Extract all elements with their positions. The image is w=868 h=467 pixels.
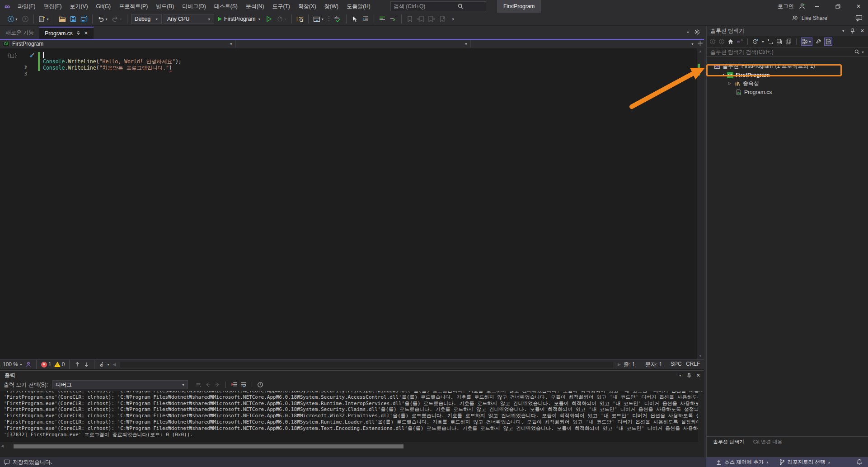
output-source-dropdown[interactable]: 디버그▼ [52,380,188,389]
properties-wrench-icon[interactable] [815,38,821,45]
window-position-dropdown-icon[interactable]: ▼ [679,374,682,377]
toolbar-grip[interactable] [328,16,330,22]
editor-vertical-scrollbar[interactable]: ▲ ▼ [697,48,704,359]
add-to-source-control-button[interactable]: 소스 제어에 추가 ▲ [714,459,771,466]
home-icon[interactable] [727,38,734,45]
menu-item[interactable]: 도구(T) [268,0,294,13]
hot-reload-button[interactable]: ▼ [275,14,288,24]
menu-item[interactable]: 파일(F) [14,0,39,13]
menu-item[interactable]: 창(W) [320,0,343,13]
clear-all-icon[interactable] [231,382,237,388]
navigate-back-button[interactable]: ▼ [6,14,19,24]
forward-icon[interactable] [718,38,725,45]
code-line-1[interactable]: {} 1 [0,52,697,58]
menu-item[interactable]: 보기(V) [66,0,92,13]
output-log[interactable]: 'FirstProgram.exe'(CoreCLR: clrhost): 'C… [0,391,704,442]
menu-item[interactable]: 프로젝트(P) [115,0,152,13]
window-layout-button[interactable]: ▼ [312,14,325,24]
undo-button[interactable]: ▼ [96,14,109,24]
code-editor[interactable]: {} 1 2 Console.WriteLine("Hello, World! … [0,48,697,359]
platform-dropdown[interactable]: Any CPU▼ [164,14,214,24]
select-repository-button[interactable]: 리포지토리 선택 ▲ [777,459,833,466]
error-count[interactable]: ✕1 [41,361,52,368]
tab-git-changes[interactable]: Git 변경 내용 [750,437,786,447]
menu-item[interactable]: 분석(N) [242,0,268,13]
preview-selected-items-button[interactable] [824,38,832,46]
tab-solution-explorer[interactable]: 솔루션 탐색기 [709,437,748,447]
tab-whats-new[interactable]: 새로운 기능 [0,27,39,39]
selection-mode-button[interactable] [350,14,359,24]
code-line-3[interactable]: 3 Console.WriteLine("처음만든 프로그램입니다.") [0,65,697,71]
cursor-column-indicator[interactable]: 문자: 1 [645,361,671,368]
live-share-person-icon[interactable] [25,361,32,368]
scroll-up-icon[interactable]: ▲ [697,48,704,55]
live-share-label[interactable]: Live Share [802,15,827,21]
solution-explorer-header[interactable]: 솔루션 탐색기 ▼ ✕ [707,26,868,36]
breadcrumb-project-dropdown[interactable]: C# FirstProgram ▼ [0,40,236,48]
menu-item[interactable]: 도움말(H) [343,0,375,13]
quick-search-input[interactable]: 검색 (Ctrl+Q) [390,1,486,11]
editor-horizontal-scrollbar[interactable] [120,362,613,368]
menu-item[interactable]: 디버그(D) [178,0,210,13]
save-all-button[interactable] [80,14,89,24]
chevron-down-icon[interactable]: ▼ [321,18,324,21]
breadcrumb-type-dropdown[interactable]: ▼ [236,40,471,48]
scroll-down-icon[interactable]: ▼ [697,353,704,359]
close-window-button[interactable]: ✕ [849,0,868,13]
pin-tab-icon[interactable] [76,31,81,36]
scroll-left-icon[interactable]: ◀ [113,362,116,367]
spaces-indicator[interactable]: SPC [671,361,686,368]
next-bookmark-button[interactable] [427,14,436,24]
warning-count[interactable]: 0 [54,361,65,368]
find-in-files-button[interactable] [296,14,305,24]
tab-program-cs[interactable]: Program.cs ✕ [39,27,94,39]
word-wrap-icon[interactable] [240,382,247,388]
solution-search-input[interactable]: 솔루션 탐색기 검색(Ctrl+;) ▼ [707,47,868,57]
search-icon[interactable] [438,3,483,9]
search-icon[interactable] [854,49,860,55]
next-issue-icon[interactable] [83,361,89,368]
zoom-dropdown[interactable]: 100 %▼ [3,361,23,368]
menu-item[interactable]: 확장(X) [294,0,320,13]
breadcrumb-member-dropdown[interactable]: ▼ [471,40,697,48]
clear-bookmarks-button[interactable] [438,14,447,24]
close-panel-icon[interactable]: ✕ [696,373,700,378]
notifications-bell-icon[interactable] [856,459,863,465]
chevron-down-icon[interactable]: ▼ [15,18,18,21]
minimize-button[interactable] [807,0,826,13]
close-panel-icon[interactable]: ✕ [860,28,864,34]
live-share-icon[interactable] [791,14,798,22]
show-all-files-icon[interactable] [785,38,792,45]
switch-views-icon[interactable] [767,38,774,45]
scrollbar-thumb[interactable] [14,444,404,448]
gear-icon[interactable] [694,29,700,35]
sync-with-active-document-icon[interactable]: ∞ [737,38,743,45]
feedback-icon[interactable] [855,14,863,22]
chevron-down-icon[interactable]: ▼ [105,18,108,21]
menu-item[interactable]: 테스트(S) [210,0,242,13]
previous-bookmark-button[interactable] [416,14,425,24]
expanded-chevron-icon[interactable]: ◢ [720,73,725,77]
toggle-bookmark-button[interactable] [405,14,414,24]
code-cleanup-button[interactable]: ▼ [99,361,110,368]
code-line-2[interactable]: 2 Console.WriteLine("Hello, World! 안녕하세요… [0,58,697,65]
close-tab-icon[interactable]: ✕ [84,30,88,36]
menu-item[interactable]: 편집(E) [39,0,66,13]
open-file-button[interactable] [58,14,67,24]
message-filter-icon[interactable] [195,382,202,388]
cursor-line-indicator[interactable]: 줄: 1 [624,361,645,368]
tree-item-project[interactable]: ◢ C# FirstProgram [707,71,868,79]
pending-changes-filter-icon[interactable] [752,38,759,45]
user-profile-icon[interactable] [798,3,806,10]
previous-message-icon[interactable] [205,382,211,388]
restore-button[interactable] [828,0,847,13]
chevron-down-icon[interactable]: ▼ [46,18,49,21]
file-nesting-button[interactable]: ▼ [801,38,812,46]
new-project-button[interactable]: ▼ [38,14,50,24]
tree-item-program-cs[interactable]: C# Program.cs [707,88,868,96]
save-button[interactable] [69,14,78,24]
menu-item[interactable]: 빌드(B) [152,0,178,13]
pin-panel-icon[interactable] [686,373,692,379]
split-editor-grip[interactable] [698,41,703,47]
start-without-debugging-button[interactable] [264,14,273,24]
